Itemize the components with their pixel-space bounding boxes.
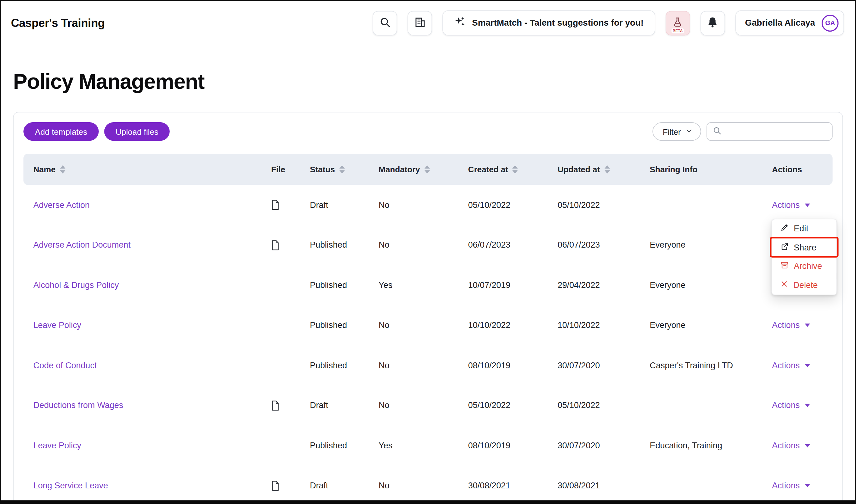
user-menu[interactable]: Gabriella Alicaya GA: [735, 10, 844, 35]
row-actions-button[interactable]: Actions: [772, 400, 810, 410]
file-icon: [271, 200, 310, 210]
sort-icon[interactable]: [339, 165, 344, 174]
sparkles-icon: [454, 16, 466, 30]
page-title: Policy Management: [13, 71, 856, 93]
created-at-cell: 08/10/2019: [468, 441, 557, 451]
caret-down-icon: [805, 484, 810, 487]
share-icon: [780, 242, 789, 253]
actions-cell: Actions: [772, 321, 833, 330]
sort-icon[interactable]: [60, 165, 65, 174]
table-row: Leave Policy Published No 10/10/2022 10/…: [23, 305, 833, 345]
row-actions-button[interactable]: Actions: [772, 360, 810, 370]
filter-label: Filter: [663, 127, 681, 136]
mandatory-cell: No: [379, 400, 468, 410]
sort-icon[interactable]: [513, 165, 518, 174]
column-header-updated-at: Updated at: [557, 165, 650, 174]
status-cell: Draft: [310, 400, 379, 410]
bottom-edge-bar: [0, 500, 856, 504]
updated-at-cell: 30/07/2020: [557, 441, 650, 451]
status-cell: Published: [310, 441, 379, 451]
user-name: Gabriella Alicaya: [745, 18, 815, 28]
global-search-button[interactable]: [373, 11, 397, 35]
app-root: Casper's Training: [0, 0, 856, 504]
policy-name-link[interactable]: Deductions from Wages: [33, 400, 123, 410]
table-header: Name File Status Mandatory Created at Up…: [23, 154, 833, 185]
updated-at-cell: 05/10/2022: [557, 400, 650, 410]
avatar: GA: [822, 14, 838, 31]
file-icon: [271, 400, 310, 411]
table-row: Deductions from Wages Draft No 05/10/202…: [23, 385, 833, 426]
sharing-info-cell: Everyone: [650, 321, 772, 330]
name-cell: Adverse Action: [23, 200, 271, 210]
sharing-info-cell: Everyone: [650, 240, 772, 250]
table-row: Long Service Leave Draft No 30/08/2021 3…: [23, 466, 833, 504]
column-header-status: Status: [310, 165, 379, 174]
beta-badge: BETA: [672, 28, 684, 33]
table-row: Adverse Action Document Published No 06/…: [23, 225, 833, 265]
name-cell: Leave Policy: [23, 321, 271, 330]
created-at-cell: 05/10/2022: [468, 400, 557, 410]
menu-item-edit[interactable]: Edit: [772, 219, 836, 238]
created-at-cell: 06/07/2023: [468, 240, 557, 250]
name-cell: Leave Policy: [23, 441, 271, 451]
sharing-info-cell: Education, Training: [650, 441, 772, 451]
policy-name-link[interactable]: Long Service Leave: [33, 481, 108, 490]
menu-item-archive[interactable]: Archive: [772, 257, 836, 276]
name-cell: Adverse Action Document: [23, 240, 271, 250]
row-actions-button[interactable]: Actions: [772, 321, 810, 330]
policy-name-link[interactable]: Alcohol & Drugs Policy: [33, 281, 119, 290]
mandatory-cell: No: [379, 360, 468, 370]
table-row: Leave Policy Published Yes 08/10/2019 30…: [23, 426, 833, 466]
sharing-info-cell: Casper's Training LTD: [650, 360, 772, 370]
policy-panel: Add templates Upload files Filter: [13, 112, 843, 504]
column-header-file: File: [271, 165, 310, 174]
policy-name-link[interactable]: Leave Policy: [33, 321, 81, 330]
sort-icon[interactable]: [424, 165, 430, 174]
policy-name-link[interactable]: Adverse Action Document: [33, 240, 130, 250]
table-body: Adverse Action Draft No 05/10/2022 05/10…: [23, 185, 833, 504]
file-cell: [271, 400, 310, 411]
name-cell: Alcohol & Drugs Policy: [23, 281, 271, 290]
name-cell: Deductions from Wages: [23, 400, 271, 410]
menu-item-delete[interactable]: Delete: [772, 276, 836, 294]
notifications-button[interactable]: [700, 11, 725, 35]
search-input[interactable]: [726, 127, 826, 136]
flask-icon: [672, 17, 683, 29]
upload-files-button[interactable]: Upload files: [104, 122, 170, 141]
table-row: Adverse Action Draft No 05/10/2022 05/10…: [23, 185, 833, 225]
policy-name-link[interactable]: Leave Policy: [33, 441, 81, 450]
column-header-created-at: Created at: [468, 165, 557, 174]
search-icon: [713, 126, 722, 137]
created-at-cell: 30/08/2021: [468, 481, 557, 490]
name-cell: Long Service Leave: [23, 481, 271, 490]
search-icon: [379, 16, 391, 30]
table-row: Alcohol & Drugs Policy Published Yes 10/…: [23, 265, 833, 305]
table-search: [707, 122, 833, 141]
caret-down-icon: [805, 324, 810, 327]
smartmatch-button[interactable]: SmartMatch - Talent suggestions for you!: [443, 10, 655, 35]
column-header-name: Name: [23, 165, 271, 174]
policy-name-link[interactable]: Adverse Action: [33, 200, 89, 210]
menu-item-share[interactable]: Share: [772, 238, 836, 257]
policy-name-link[interactable]: Code of Conduct: [33, 360, 96, 370]
file-cell: [271, 200, 310, 210]
caret-down-icon: [805, 404, 810, 407]
row-actions-button[interactable]: Actions: [772, 481, 810, 490]
row-actions-button[interactable]: Actions: [772, 441, 810, 451]
mandatory-cell: No: [379, 321, 468, 330]
caret-down-icon: [805, 364, 810, 367]
top-navbar: Casper's Training: [0, 0, 856, 46]
sort-icon[interactable]: [604, 165, 610, 174]
caret-down-icon: [805, 203, 810, 206]
column-header-sharing-info: Sharing Info: [650, 165, 772, 174]
caret-down-icon: [805, 444, 810, 447]
updated-at-cell: 30/07/2020: [557, 360, 650, 370]
beta-features-button[interactable]: BETA: [665, 11, 690, 35]
organisation-button[interactable]: [408, 11, 432, 35]
file-icon: [271, 481, 310, 491]
add-templates-button[interactable]: Add templates: [23, 122, 99, 141]
filter-button[interactable]: Filter: [652, 122, 701, 141]
sharing-info-cell: Everyone: [650, 281, 772, 290]
row-actions-button[interactable]: Actions: [772, 200, 810, 210]
company-logo: Casper's Training: [11, 16, 105, 30]
